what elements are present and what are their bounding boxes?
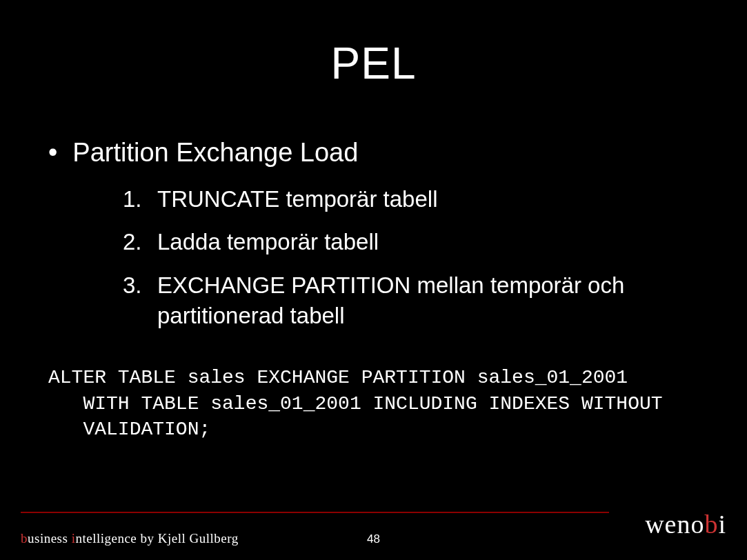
list-item-text: EXCHANGE PARTITION mellan temporär och p… — [157, 270, 699, 332]
logo-part-b: b — [704, 510, 718, 539]
number-marker: 3. — [123, 270, 157, 301]
list-item: 2. Ladda temporär tabell — [123, 227, 699, 258]
numbered-list: 1. TRUNCATE temporär tabell 2. Ladda tem… — [48, 184, 699, 332]
slide-content: • Partition Exchange Load 1. TRUNCATE te… — [0, 89, 747, 443]
tagline-part: ntelligence by Kjell Gullberg — [75, 531, 238, 546]
slide: PEL • Partition Exchange Load 1. TRUNCAT… — [0, 0, 747, 560]
footer-tagline: business intelligence by Kjell Gullberg — [21, 531, 239, 546]
number-marker: 2. — [123, 227, 157, 258]
bullet-item: • Partition Exchange Load — [48, 137, 699, 169]
number-marker: 1. — [123, 184, 157, 215]
slide-footer: business intelligence by Kjell Gullberg … — [0, 512, 747, 560]
footer-divider — [21, 512, 609, 513]
code-block: ALTER TABLE sales EXCHANGE PARTITION sal… — [48, 365, 699, 443]
list-item-text: TRUNCATE temporär tabell — [157, 184, 699, 215]
bullet-marker: • — [48, 137, 57, 169]
page-number: 48 — [367, 532, 380, 546]
logo-part-i: i — [718, 510, 726, 539]
logo: wenobi — [645, 509, 726, 539]
logo-part-weno: weno — [645, 510, 704, 539]
tagline-part: usiness — [28, 531, 72, 546]
tagline-letter-b: b — [21, 531, 28, 546]
slide-title: PEL — [0, 0, 747, 89]
list-item-text: Ladda temporär tabell — [157, 227, 699, 258]
bullet-text: Partition Exchange Load — [72, 137, 358, 169]
list-item: 3. EXCHANGE PARTITION mellan temporär oc… — [123, 270, 699, 332]
list-item: 1. TRUNCATE temporär tabell — [123, 184, 699, 215]
